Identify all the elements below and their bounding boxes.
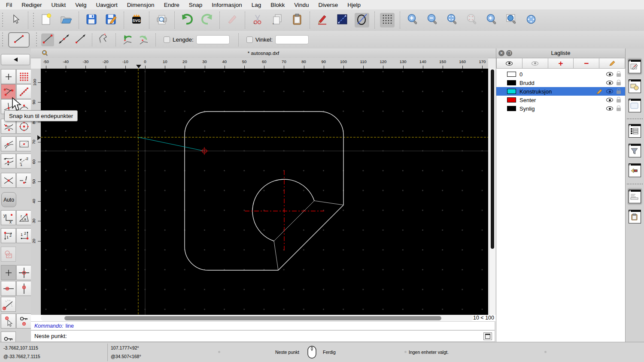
layer-row-0[interactable]: 0 xyxy=(496,70,625,78)
select-pointer-button[interactable] xyxy=(8,13,23,27)
layer-lock-icon[interactable] xyxy=(617,108,621,111)
dock-toggle-draw[interactable] xyxy=(627,58,642,75)
grid-toggle-button[interactable] xyxy=(380,13,395,27)
zoom-in-button[interactable] xyxy=(405,13,420,27)
layer-lock-icon[interactable] xyxy=(617,82,621,85)
layer-color-swatch[interactable] xyxy=(507,97,516,103)
line-rectangle-tool-button[interactable] xyxy=(335,13,349,27)
snap-free-button[interactable] xyxy=(1,69,16,84)
layer-lock-icon[interactable] xyxy=(617,99,621,103)
zoom-out-button[interactable] xyxy=(425,13,440,27)
restrict-lock-button[interactable] xyxy=(1,247,16,262)
toolbar-drag-handle[interactable] xyxy=(35,33,38,47)
dock-toggle-library[interactable] xyxy=(627,97,642,114)
save-as-button[interactable] xyxy=(104,13,118,27)
menu-lag[interactable]: Lag xyxy=(247,2,266,8)
key-button[interactable] xyxy=(1,332,16,342)
menu-endre[interactable]: Endre xyxy=(159,2,184,8)
layer-color-swatch[interactable] xyxy=(507,89,516,94)
delete-button[interactable] xyxy=(225,13,240,27)
new-document-button[interactable] xyxy=(39,13,54,27)
add-layer-button[interactable]: + xyxy=(548,58,574,69)
layer-row-konstruksjon[interactable]: Konstruksjon xyxy=(496,87,625,96)
zoom-window-button[interactable] xyxy=(504,13,519,27)
show-all-layers-button[interactable] xyxy=(496,58,522,69)
dock-toggle-filter[interactable] xyxy=(627,142,642,159)
layer-color-swatch[interactable] xyxy=(507,106,516,111)
layer-visible-icon[interactable] xyxy=(606,72,613,76)
polyline-redo-button[interactable] xyxy=(137,33,150,46)
paste-button[interactable] xyxy=(290,13,304,27)
restrict-horizontal-button[interactable] xyxy=(1,281,16,296)
snap-intersection-button[interactable] xyxy=(1,173,16,188)
horizontal-scrollbar[interactable] xyxy=(41,315,474,321)
layer-visible-icon[interactable] xyxy=(606,81,613,85)
command-widget-toggle-button[interactable] xyxy=(483,332,492,340)
dock-toggle-blocks[interactable] xyxy=(627,78,642,95)
open-file-button[interactable] xyxy=(59,13,73,27)
menu-utsikt[interactable]: Utsikt xyxy=(47,2,71,8)
drawing-outline[interactable] xyxy=(185,112,343,270)
layer-color-swatch[interactable] xyxy=(507,80,516,85)
coordinate-cartesian-button[interactable]: yx xyxy=(1,210,16,225)
vertical-scrollbar-thumb[interactable] xyxy=(491,69,494,249)
print-preview-button[interactable] xyxy=(155,13,169,27)
toolbar-drag-handle[interactable] xyxy=(1,33,4,47)
snap-grid-button[interactable] xyxy=(16,69,31,84)
layer-color-swatch[interactable] xyxy=(507,72,516,77)
toolbar-drag-handle[interactable] xyxy=(32,13,35,27)
layer-lock-icon[interactable] xyxy=(617,90,621,94)
zoom-selection-button[interactable] xyxy=(465,13,479,27)
lengde-input[interactable] xyxy=(196,35,230,44)
layer-visible-icon[interactable] xyxy=(606,89,613,94)
menu-hjelp[interactable]: Hjelp xyxy=(343,2,365,8)
menu-rediger[interactable]: Rediger xyxy=(17,2,46,8)
vinkel-checkbox[interactable] xyxy=(246,36,253,43)
layer-visible-icon[interactable] xyxy=(606,106,613,111)
menu-blokk[interactable]: Blokk xyxy=(266,2,289,8)
auto-snap-button[interactable]: Auto xyxy=(1,192,16,207)
back-button[interactable] xyxy=(1,54,30,65)
restrict-vertical-button[interactable] xyxy=(16,281,31,296)
dock-toggle-command[interactable] xyxy=(627,188,642,205)
vinkel-input[interactable] xyxy=(275,35,309,44)
layer-row-senter[interactable]: Senter xyxy=(496,96,625,104)
menu-uavgjort[interactable]: Uavgjort xyxy=(91,2,122,8)
line-ray-button[interactable] xyxy=(74,33,87,46)
layer-lock-icon[interactable] xyxy=(617,73,621,77)
menu-velg[interactable]: Velg xyxy=(70,2,91,8)
line-infinite-button[interactable] xyxy=(58,33,70,46)
svg-export-button[interactable]: SVG xyxy=(129,13,144,27)
zoom-previous-button[interactable] xyxy=(484,13,499,27)
dock-toggle-layers[interactable] xyxy=(627,122,642,139)
command-prompt[interactable]: Neste punkt: xyxy=(31,330,495,342)
current-tool-indicator[interactable] xyxy=(8,32,30,48)
horizontal-scrollbar-thumb[interactable] xyxy=(64,316,441,320)
dock-toggle-clipboard[interactable] xyxy=(627,208,642,225)
menu-vindu[interactable]: Vindu xyxy=(289,2,313,8)
snap-middle-button[interactable] xyxy=(16,136,31,151)
menu-snap[interactable]: Snap xyxy=(184,2,207,8)
relative-corner-1-button[interactable]: 12 xyxy=(1,228,16,243)
layer-row-synlig[interactable]: Synlig xyxy=(496,104,625,113)
snap-coordinate-button[interactable]: 12 xyxy=(16,154,31,169)
set-relative-zero-button[interactable] xyxy=(1,314,16,329)
vertical-scrollbar[interactable] xyxy=(489,69,495,315)
polyline-button[interactable] xyxy=(97,33,110,46)
toolbar-drag-handle[interactable] xyxy=(1,13,4,27)
line-segment-button[interactable] xyxy=(41,33,54,46)
cut-button[interactable]: + xyxy=(250,13,265,27)
snap-intersection-manual-button[interactable] xyxy=(16,173,31,188)
ellipse-line-tool-button[interactable] xyxy=(355,13,369,27)
menu-fil[interactable]: Fil xyxy=(0,2,17,8)
snap-tangent-button[interactable] xyxy=(1,136,16,151)
menu-diverse[interactable]: Diverse xyxy=(314,2,343,8)
edit-pencil-button[interactable] xyxy=(315,13,330,27)
edit-layer-button[interactable] xyxy=(599,58,625,69)
coordinate-polar-button[interactable]: ra xyxy=(16,210,31,225)
relative-corner-2-button[interactable]: 12 xyxy=(16,228,31,243)
snap-auto-button[interactable] xyxy=(1,154,16,169)
drawing-window-titlebar[interactable]: * autosnap.dxf xyxy=(31,48,496,58)
menu-informasjon[interactable]: Informasjon xyxy=(207,2,247,8)
hide-all-layers-button[interactable] xyxy=(522,58,548,69)
